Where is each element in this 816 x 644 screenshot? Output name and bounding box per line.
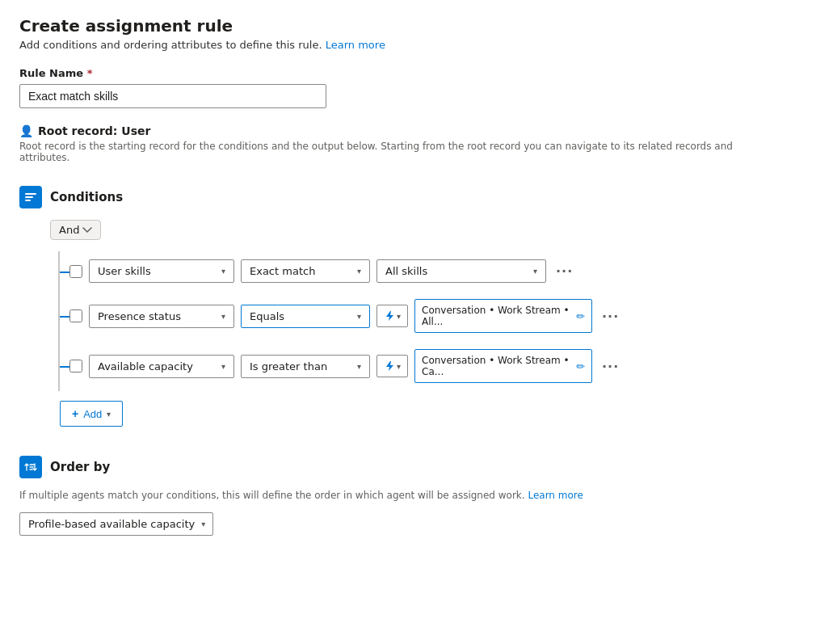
order-by-dropdown-arrow: ▾ (201, 520, 205, 528)
rule-name-input[interactable] (19, 84, 326, 108)
lightning-icon-3 (384, 360, 395, 372)
operator-label-3: Is greater than (250, 360, 327, 373)
field-label-3: Available capacity (98, 360, 193, 373)
rule-name-label: Rule Name * (19, 67, 797, 79)
more-options-1[interactable]: ··· (553, 262, 576, 280)
condition-checkbox-2[interactable] (69, 309, 82, 322)
lightning-chevron-2: ▾ (397, 312, 401, 321)
root-record-description: Root record is the starting record for t… (19, 141, 747, 163)
add-dropdown-arrow: ▾ (107, 410, 111, 419)
conversation-value-text-2: Conversation • Work Stream • All... (422, 305, 571, 327)
order-by-description: If multiple agents match your conditions… (19, 490, 666, 501)
order-by-icon-box (19, 456, 42, 478)
field-label-2: Presence status (98, 310, 181, 322)
field-dropdown-arrow-2: ▾ (221, 312, 225, 321)
logic-operator-label: And (59, 224, 79, 236)
conditions-icon-box (19, 186, 42, 208)
edit-icon-3[interactable]: ✏ (576, 360, 585, 373)
lightning-button-3[interactable]: ▾ (376, 355, 408, 377)
add-button-label: Add (83, 408, 102, 420)
user-icon: 👤 (19, 124, 33, 137)
order-by-icon (24, 461, 37, 474)
order-by-section: Order by If multiple agents match your c… (19, 456, 797, 536)
field-dropdown-arrow-3: ▾ (221, 362, 225, 371)
order-by-dropdown[interactable]: Profile-based available capacity ▾ (19, 512, 213, 536)
field-dropdown-arrow-1: ▾ (221, 267, 225, 276)
conversation-value-text-3: Conversation • Work Stream • Ca... (422, 355, 571, 377)
order-by-learn-more-link[interactable]: Learn more (528, 490, 583, 501)
lightning-chevron-3: ▾ (397, 362, 401, 371)
order-by-title: Order by (50, 460, 110, 474)
learn-more-link[interactable]: Learn more (326, 39, 385, 51)
field-dropdown-3[interactable]: Available capacity ▾ (89, 355, 234, 378)
more-options-2[interactable]: ··· (599, 307, 622, 326)
required-indicator: * (87, 67, 93, 79)
field-dropdown-1[interactable]: User skills ▾ (89, 259, 234, 283)
operator-dropdown-arrow-2: ▾ (357, 312, 361, 321)
field-label-1: User skills (98, 265, 151, 277)
order-by-header: Order by (19, 456, 797, 478)
order-by-value: Profile-based available capacity (28, 518, 195, 530)
logic-operator-badge[interactable]: And (50, 220, 101, 240)
condition-row: Presence status ▾ Equals ▾ ▾ Conversatio… (60, 291, 797, 341)
svg-rect-2 (25, 200, 31, 201)
operator-label-1: Exact match (250, 265, 315, 277)
operator-dropdown-arrow-3: ▾ (357, 362, 361, 371)
lightning-icon-2 (384, 310, 395, 322)
page-title: Create assignment rule (19, 16, 797, 36)
value-label-1: All skills (385, 265, 427, 277)
operator-dropdown-2[interactable]: Equals ▾ (241, 305, 370, 328)
svg-rect-0 (25, 193, 36, 195)
operator-dropdown-3[interactable]: Is greater than ▾ (241, 355, 370, 378)
root-record-label: 👤 Root record: User (19, 124, 797, 137)
conditions-section-header: Conditions (19, 186, 797, 208)
condition-checkbox-1[interactable] (69, 265, 82, 278)
root-record-section: 👤 Root record: User Root record is the s… (19, 124, 797, 163)
conversation-value-2[interactable]: Conversation • Work Stream • All... ✏ (414, 299, 592, 333)
conditions-rows: User skills ▾ Exact match ▾ All skills ▾… (58, 251, 797, 391)
condition-row: Available capacity ▾ Is greater than ▾ ▾… (60, 341, 797, 391)
conversation-value-3[interactable]: Conversation • Work Stream • Ca... ✏ (414, 349, 592, 383)
field-dropdown-2[interactable]: Presence status ▾ (89, 305, 234, 328)
more-options-3[interactable]: ··· (599, 357, 622, 376)
operator-dropdown-arrow-1: ▾ (357, 267, 361, 276)
svg-rect-1 (25, 196, 33, 198)
logic-operator-chevron (82, 225, 92, 235)
lightning-button-2[interactable]: ▾ (376, 305, 408, 327)
value-dropdown-arrow-1: ▾ (533, 267, 537, 276)
conditions-title: Conditions (50, 190, 123, 204)
conditions-icon (24, 191, 37, 204)
add-condition-button[interactable]: + Add ▾ (60, 401, 123, 427)
condition-checkbox-3[interactable] (69, 360, 82, 373)
page-subtitle: Add conditions and ordering attributes t… (19, 39, 797, 51)
conditions-container: And User skills ▾ Exact match ▾ All skil… (50, 220, 797, 427)
value-dropdown-1[interactable]: All skills ▾ (376, 259, 546, 283)
condition-row: User skills ▾ Exact match ▾ All skills ▾… (60, 251, 797, 291)
operator-dropdown-1[interactable]: Exact match ▾ (241, 259, 370, 283)
operator-label-2: Equals (250, 310, 284, 322)
plus-icon: + (72, 407, 78, 420)
edit-icon-2[interactable]: ✏ (576, 310, 585, 322)
